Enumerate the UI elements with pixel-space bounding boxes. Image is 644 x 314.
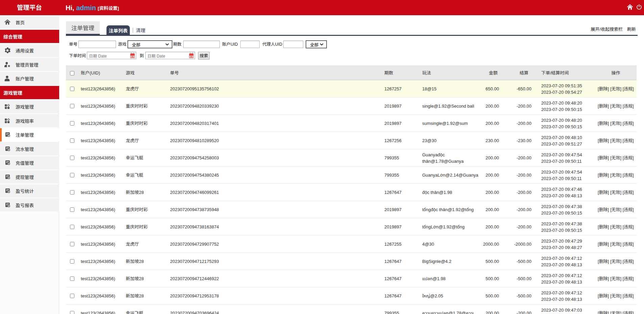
svg-text:31: 31: [190, 55, 193, 58]
svg-text:31: 31: [131, 55, 134, 58]
